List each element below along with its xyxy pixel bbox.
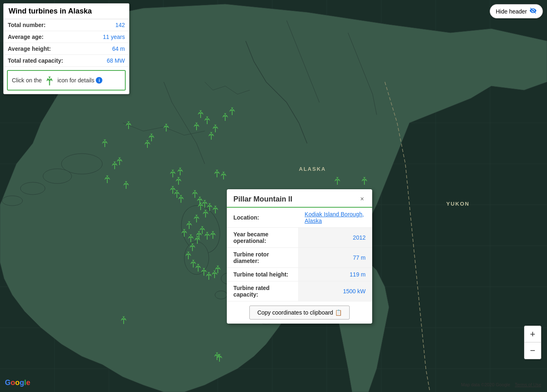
turbine-icon[interactable] [210,204,220,214]
svg-rect-41 [211,136,212,140]
turbine-icon[interactable] [174,175,183,185]
svg-rect-51 [104,143,105,147]
svg-rect-75 [181,199,181,203]
turbine-icon[interactable] [359,175,369,185]
svg-point-26 [215,291,227,299]
zoom-controls: + − [524,326,541,359]
turbine-icon[interactable] [142,138,152,148]
svg-rect-63 [180,172,181,175]
popup-label-location: Location: [227,208,298,228]
popup-title: Pillar Mountain II [233,195,292,204]
map-data-text: Map data ©2020 Google [461,382,510,387]
info-icon[interactable]: i [96,77,102,84]
turbine-icon[interactable] [100,138,110,147]
stat-label-capacity: Total rated capacity: [4,55,88,67]
map-terms: Map data ©2020 Google Terms of Use [458,382,541,387]
popup-table: Location: Kodiak Island Borough, Alaska … [227,208,372,301]
popup-label-height: Turbine total height: [227,268,298,281]
stat-label-height: Average height: [4,43,88,55]
popup-row-capacity: Turbine rated capacity: 1500 kW [227,281,372,301]
svg-rect-35 [225,117,226,121]
popup-label-rotor: Turbine rotor diameter: [227,248,298,268]
svg-rect-89 [196,219,197,222]
zoom-in-button[interactable]: + [524,326,541,342]
svg-point-22 [2,196,23,206]
turbine-icon[interactable] [206,130,216,140]
terms-link[interactable]: Terms of Use [515,382,541,387]
stat-row-height: Average height: 64 m [4,43,129,55]
turbine-icon[interactable] [176,193,186,203]
svg-rect-55 [114,165,115,169]
svg-rect-141 [49,82,50,86]
popup-row-year: Year became operational: 2012 [227,228,372,248]
stat-value-capacity: 68 MW [88,55,129,67]
popup-value-location: Kodiak Island Borough, Alaska [298,208,372,228]
svg-rect-45 [166,128,167,131]
svg-rect-61 [172,174,173,177]
svg-rect-113 [198,268,199,272]
svg-rect-127 [200,206,201,210]
svg-point-21 [20,182,45,195]
popup-header: Pillar Mountain II × [227,189,372,208]
popup-value-height: 119 m [298,268,372,281]
svg-rect-57 [107,179,108,183]
svg-rect-29 [200,114,201,118]
svg-point-20 [43,169,72,184]
info-panel: Wind turbines in Alaska Total number: 14… [3,3,129,94]
turbine-icon[interactable] [332,175,342,185]
google-logo: Google [5,378,30,387]
click-hint: Click on the icon for details i [7,70,126,91]
stat-row-capacity: Total rated capacity: 68 MW [4,55,129,67]
svg-rect-125 [364,181,365,185]
svg-rect-59 [126,185,127,189]
turbine-icon[interactable] [110,160,120,170]
turbine-icon[interactable] [175,166,185,176]
turbine-icon[interactable] [121,179,131,189]
svg-rect-49 [147,144,148,148]
svg-rect-65 [217,174,217,177]
stat-value-age: 11 years [88,31,129,43]
svg-rect-117 [208,276,209,280]
svg-rect-93 [184,233,185,237]
turbine-icon[interactable] [227,106,237,116]
click-hint-suffix: icon for details [57,77,94,84]
turbine-icon[interactable] [119,315,129,324]
svg-rect-139 [219,358,220,362]
turbine-icon[interactable] [213,264,223,274]
turbine-icon[interactable] [219,170,228,180]
turbine-icon[interactable] [215,352,224,362]
stat-label-total: Total number: [4,19,88,31]
svg-rect-31 [207,120,208,124]
hide-icon [529,7,537,16]
svg-rect-67 [223,176,224,179]
svg-rect-99 [199,235,199,239]
hide-header-button[interactable]: Hide header [490,4,543,18]
popup-value-rotor: 77 m [298,248,372,268]
popup-value-capacity: 1500 kW [298,281,372,301]
stat-value-height: 64 m [88,43,129,55]
turbine-icon[interactable] [192,121,201,131]
turbine-icon[interactable] [124,120,133,129]
popup-close-button[interactable]: × [359,195,366,203]
svg-rect-119 [214,274,215,278]
svg-rect-37 [232,111,233,115]
turbine-icon[interactable] [161,122,171,132]
svg-rect-85 [215,210,216,213]
svg-rect-123 [337,181,338,185]
turbine-icon[interactable] [102,174,112,184]
svg-rect-103 [207,236,208,240]
svg-rect-87 [205,214,206,218]
popup-label-year: Year became operational: [227,228,298,248]
stat-row-total: Total number: 142 [4,19,129,31]
copy-coordinates-button[interactable]: Copy coordinates to clipboard 📋 [249,306,349,319]
stat-row-age: Average age: 11 years [4,31,129,43]
popup-value-year: 2012 [298,228,372,248]
popup-row-rotor: Turbine rotor diameter: 77 m [227,248,372,268]
turbine-icon[interactable] [196,201,206,211]
popup-location-text: Kodiak Island Borough, Alaska [305,211,364,224]
turbine-icon[interactable] [208,229,218,239]
zoom-out-button[interactable]: − [524,342,541,359]
hide-header-label: Hide header [496,8,527,15]
svg-rect-105 [212,235,213,239]
click-hint-prefix: Click on the [12,77,42,84]
